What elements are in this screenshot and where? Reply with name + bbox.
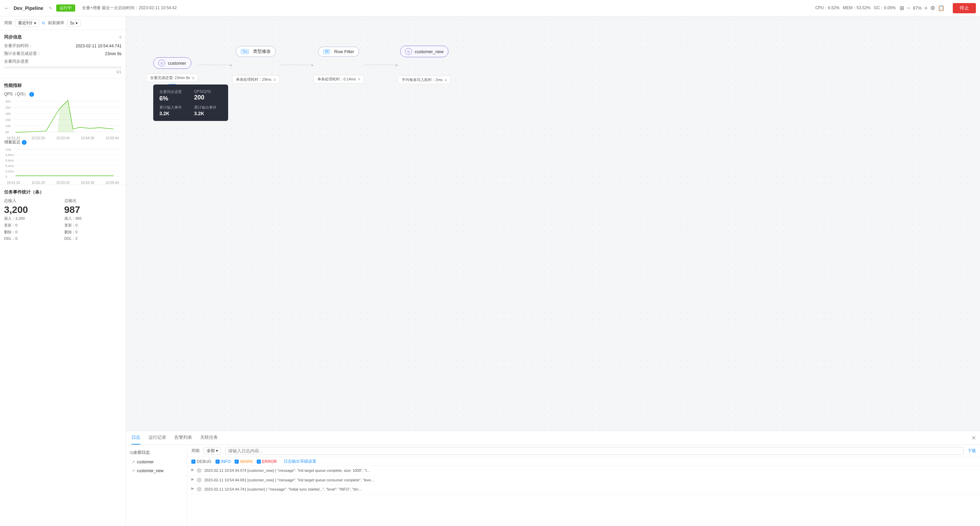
log-source-customer-new[interactable]: ↗ customer_new (129, 466, 184, 475)
type-modify-node[interactable]: Tm 类型修改 (235, 46, 276, 57)
log-entry[interactable]: ▶ 2023-02-11 10:54:44.741 [customer] { "… (187, 485, 980, 494)
debug-check-icon: ✓ (191, 459, 196, 464)
svg-text:200: 200 (5, 112, 11, 115)
refresh-select[interactable]: 5s ▾ (67, 20, 81, 27)
refresh-icon[interactable]: ↻ (42, 21, 45, 26)
settings-button[interactable]: ⚙ (930, 5, 935, 11)
progress-text: 0/1 (116, 70, 122, 74)
zoom-level: 87% (913, 5, 922, 11)
tab-run-history[interactable]: 运行记录 (148, 431, 166, 445)
log-expand-2[interactable]: ▶ (191, 477, 194, 481)
log-settings-link[interactable]: 日志输出等级设置 (284, 459, 317, 464)
pipeline-tooltip: 全量同步进度 6% QPS(Q/S) 200 累计输入事件 3.2K 累计输出事… (153, 84, 228, 121)
tooltip-value4: 3.2K (194, 111, 222, 116)
log-expand-1[interactable]: ▶ (191, 468, 194, 472)
tooltip-value2: 200 (194, 94, 222, 101)
debug-label: DEBUG (197, 459, 212, 464)
all-logs-item[interactable]: □ □ 全部日志 (129, 448, 184, 457)
edit-icon[interactable]: ✎ (49, 6, 52, 11)
svg-text:300: 300 (5, 100, 11, 103)
log-status-2 (197, 478, 202, 482)
log-text-3: 2023-02-11 10:54:44.741 [customer] { "me… (204, 486, 976, 492)
start-time-label: 全量开始时间： (4, 43, 33, 49)
input-value: 3,200 (4, 204, 62, 215)
delay-info-icon[interactable]: i (22, 140, 27, 145)
customer-source-icon: ⊙ (158, 60, 165, 67)
type-modify-stat-menu[interactable]: ≡ (274, 77, 276, 82)
pipeline-canvas-area[interactable]: ⊙ customer 全量完成还需: 23min 8s ≡ ▸ (126, 16, 980, 430)
connector-2: ▸ (280, 63, 313, 67)
back-button[interactable]: ← (4, 5, 10, 11)
refresh-label: 刷新频率 (48, 20, 64, 26)
log-source-customer[interactable]: ↗ customer (129, 457, 184, 466)
tooltip-value1: 6% (159, 95, 187, 102)
debug-checkbox[interactable]: ✓ DEBUG (191, 459, 212, 464)
bottom-tabs: 日志 运行记录 告警列表 关联任务 ✕ (126, 431, 980, 445)
type-modify-node-group: Tm 类型修改 单条处理耗时：29ms ≡ (232, 46, 280, 84)
qps-info-icon[interactable]: i (29, 92, 34, 97)
error-checkbox[interactable]: ✓ ERROR (257, 459, 277, 464)
svg-text:0.8ms: 0.8ms (5, 153, 14, 157)
eta-label: 预计全量完成还需： (4, 51, 41, 57)
svg-text:50: 50 (5, 131, 9, 134)
control-bar: 周期 最近5分 ▾ ↻ 刷新频率 5s ▾ (0, 16, 126, 30)
layout-list-button[interactable]: 📋 (938, 5, 945, 11)
log-period-select[interactable]: 全部 ▾ (204, 447, 221, 455)
svg-text:0.2ms: 0.2ms (5, 170, 14, 173)
tooltip-label3: 累计输入事件 (159, 105, 187, 110)
eta-value: 23min 9s (105, 51, 122, 56)
info-checkbox[interactable]: ✓ INFO (216, 459, 231, 464)
layout-icon[interactable]: ⊞ (900, 5, 904, 11)
customer-new-node[interactable]: ⊙ customer_new (400, 46, 449, 57)
customer-new-stat: 平均每条写入耗时：2ms ≡ (398, 76, 451, 84)
svg-text:1ms: 1ms (5, 148, 11, 151)
type-modify-label: 类型修改 (253, 48, 271, 54)
qps-label: QPS（Q/S） (4, 91, 28, 97)
output-value: 987 (64, 204, 122, 215)
tab-alerts[interactable]: 告警列表 (174, 431, 192, 445)
svg-text:0: 0 (5, 175, 7, 179)
zoom-out-button[interactable]: − (907, 5, 910, 11)
log-expand-3[interactable]: ▶ (191, 486, 194, 490)
warn-checkbox[interactable]: ✓ WARN (235, 459, 252, 464)
sync-info-section: 同步信息 ≡ 全量开始时间： 2023-02-11 10:54:44.741 预… (0, 30, 126, 78)
info-label: INFO (221, 459, 231, 464)
start-time-value: 2023-02-11 10:54:44.741 (76, 44, 122, 48)
log-entry[interactable]: ▶ 2023-02-11 10:54:44.574 [customer_new]… (187, 466, 980, 476)
customer-stat-menu[interactable]: ≡ (192, 76, 194, 80)
tab-logs[interactable]: 日志 (131, 431, 140, 445)
rf-badge: Rf (323, 49, 330, 54)
zoom-controls: ⊞ − 87% + ⚙ 📋 (900, 5, 945, 11)
sync-info-menu[interactable]: ≡ (119, 35, 122, 40)
sync-info-title: 同步信息 (4, 34, 22, 40)
row-filter-node[interactable]: Rf Row Filter (318, 47, 359, 57)
tooltip-label2: QPS(Q/S) (194, 89, 222, 93)
period-select[interactable]: 最近5分 ▾ (15, 19, 39, 27)
log-download-button[interactable]: 下载 (968, 448, 976, 454)
log-search-input[interactable] (225, 447, 964, 455)
right-panel: ⊙ customer 全量完成还需: 23min 8s ≡ ▸ (126, 16, 980, 526)
log-entry[interactable]: ▶ 2023-02-11 10:54:44.691 [customer_new]… (187, 476, 980, 485)
zoom-in-button[interactable]: + (924, 5, 928, 11)
customer-new-stat-menu[interactable]: ≡ (445, 78, 447, 83)
output-detail: 插入：985 更新：0 删除：0 DDL：2 (64, 215, 122, 242)
output-stats: 总输出 987 插入：985 更新：0 删除：0 DDL：2 (64, 198, 122, 242)
output-label: 总输出 (64, 198, 122, 204)
pipeline-name: Dev_Pipeline (14, 5, 43, 11)
tooltip-label4: 累计输出事件 (194, 105, 222, 110)
cpu-info: CPU：6.52% MEM：53.52% GC：0.05% (815, 5, 896, 11)
stop-button[interactable]: 停止 (953, 3, 976, 13)
warn-check-icon: ✓ (235, 459, 239, 464)
bottom-panel-close[interactable]: ✕ (972, 435, 976, 441)
row-filter-label: Row Filter (334, 49, 354, 54)
start-info: 全量+增量 最近一次启动时间：2023-02-11 10:54:42 (82, 5, 177, 11)
tab-related[interactable]: 关联任务 (200, 431, 218, 445)
source-customer-new-icon: ↗ (131, 469, 135, 473)
customer-node[interactable]: ⊙ customer (153, 57, 191, 69)
main-layout: 周期 最近5分 ▾ ↻ 刷新频率 5s ▾ 同步信息 ≡ 全量开始时间： 202… (0, 16, 980, 526)
connector-3: ▸ (364, 63, 398, 67)
customer-node-group: ⊙ customer 全量完成还需: 23min 8s ≡ (146, 57, 198, 86)
progress-bar-bg (4, 67, 122, 69)
pipeline-nodes: ⊙ customer 全量完成还需: 23min 8s ≡ ▸ (146, 57, 451, 86)
row-filter-stat-menu[interactable]: ≡ (358, 77, 360, 81)
